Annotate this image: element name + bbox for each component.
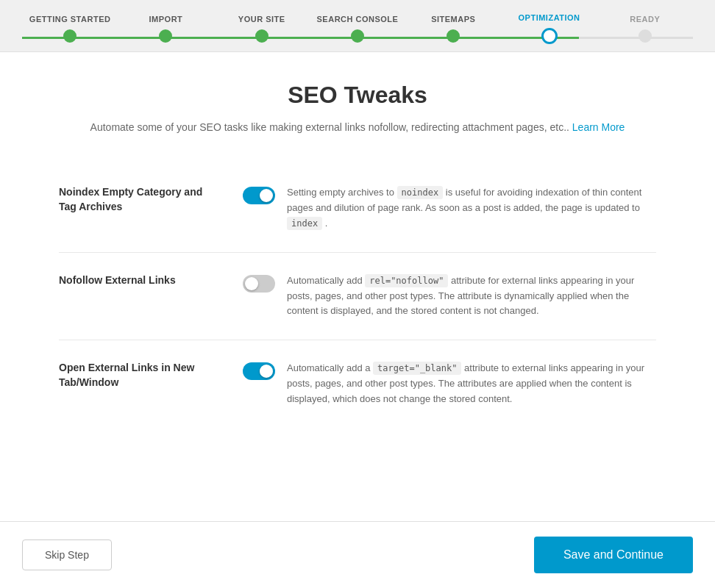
step-label-sitemaps: SITEMAPS	[431, 15, 475, 24]
setting-label-col-nofollow: Nofollow External Links	[59, 273, 221, 288]
setting-label-col-newtab: Open External Links in New Tab/Window	[59, 361, 221, 390]
step-getting-started: GETTING STARTED	[22, 15, 118, 50]
page-description-text: Automate some of your SEO tasks like mak…	[90, 121, 569, 133]
toggle-thumb-noindex	[260, 189, 273, 202]
footer: Skip Step Save and Continue	[0, 521, 715, 588]
step-import: IMPORT	[118, 15, 213, 50]
toggle-track-newtab	[243, 362, 275, 380]
toggle-track-noindex	[243, 187, 275, 204]
setting-row-noindex-empty: Noindex Empty Category and Tag Archives …	[59, 165, 656, 252]
setting-control-col-nofollow: Automatically add rel="nofollow" attribu…	[243, 273, 656, 319]
step-dot-sitemaps	[447, 29, 460, 43]
setting-label-col-noindex: Noindex Empty Category and Tag Archives	[59, 185, 221, 214]
setting-label-noindex: Noindex Empty Category and Tag Archives	[59, 186, 202, 212]
step-label-search-console: SEARCH CONSOLE	[317, 15, 399, 24]
progress-steps: GETTING STARTED IMPORT YOUR SITE SEARCH …	[22, 13, 693, 51]
toggle-newtab[interactable]	[243, 362, 275, 380]
step-label-optimization: OPTIMIZATION	[519, 13, 580, 22]
toggle-track-nofollow	[243, 275, 275, 293]
step-dot-ready	[638, 29, 652, 43]
step-ready: READY	[597, 15, 693, 50]
setting-description-noindex: Setting empty archives to noindex is use…	[287, 185, 656, 231]
setting-label-nofollow: Nofollow External Links	[59, 274, 176, 286]
skip-step-button[interactable]: Skip Step	[22, 539, 112, 570]
step-dot-getting-started	[63, 29, 77, 43]
code-index: index	[287, 217, 322, 230]
step-dot-search-console	[351, 29, 364, 43]
code-nofollow-attr: rel="nofollow"	[365, 274, 448, 287]
step-optimization: OPTIMIZATION	[501, 13, 597, 51]
code-noindex: noindex	[397, 186, 444, 199]
setting-label-newtab: Open External Links in New Tab/Window	[59, 362, 194, 388]
setting-control-col-newtab: Automatically add a target="_blank" attr…	[243, 361, 656, 406]
step-label-your-site: YOUR SITE	[238, 15, 285, 24]
toggle-nofollow[interactable]	[243, 275, 275, 293]
step-sitemaps: SITEMAPS	[405, 15, 501, 50]
toggle-thumb-newtab	[260, 365, 273, 378]
toggle-noindex-empty[interactable]	[243, 187, 275, 204]
setting-description-newtab: Automatically add a target="_blank" attr…	[287, 361, 656, 406]
progress-bar-container: GETTING STARTED IMPORT YOUR SITE SEARCH …	[0, 0, 715, 52]
setting-description-nofollow: Automatically add rel="nofollow" attribu…	[287, 273, 656, 319]
toggle-thumb-nofollow	[245, 277, 258, 290]
step-search-console: SEARCH CONSOLE	[310, 15, 405, 50]
step-label-ready: READY	[630, 15, 660, 24]
setting-row-nofollow: Nofollow External Links Automatically ad…	[59, 253, 656, 340]
step-dot-optimization	[541, 28, 558, 44]
page-description: Automate some of your SEO tasks like mak…	[59, 119, 656, 135]
learn-more-link[interactable]: Learn More	[572, 121, 625, 133]
code-target-blank: target="_blank"	[373, 362, 461, 375]
save-continue-button[interactable]: Save and Continue	[534, 537, 693, 573]
step-label-import: IMPORT	[149, 15, 183, 24]
main-content: SEO Tweaks Automate some of your SEO tas…	[0, 52, 715, 521]
step-label-getting-started: GETTING STARTED	[29, 15, 111, 24]
step-dot-import	[159, 29, 172, 43]
step-your-site: YOUR SITE	[214, 15, 310, 50]
setting-row-newtab: Open External Links in New Tab/Window Au…	[59, 340, 656, 427]
setting-control-col-noindex: Setting empty archives to noindex is use…	[243, 185, 656, 231]
step-dot-your-site	[255, 29, 268, 43]
page-title: SEO Tweaks	[59, 82, 656, 109]
